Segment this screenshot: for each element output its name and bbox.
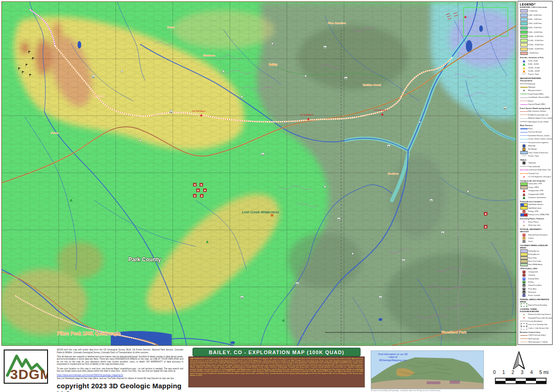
campground-icon (204, 189, 207, 192)
footer-disclaimer: 3DGM built this map with public data fro… (57, 349, 183, 392)
fishing-icon: F (520, 210, 528, 213)
preview-caption: 3D terrain view of the Bailey 100K quadr… (371, 390, 484, 392)
legend-item: 5,000 - 6,000 Feet (520, 13, 551, 17)
legend-body: < 5,000 Feet5,000 - 6,000 Feet6,000 - 7,… (520, 9, 551, 345)
copyright-text: copyright 2023 3D Geologic Mapping LLC (57, 382, 183, 392)
legend-item: National Forest Boundary (520, 303, 551, 307)
town-label: Grant (167, 26, 175, 29)
summit-triangle-icon (520, 70, 528, 72)
legend-item: 12,000 - 14,000 (520, 69, 551, 72)
legend-item: FFishing (520, 280, 551, 283)
legend-item-label: Unpaved Roads (2WD) (528, 103, 545, 105)
legend-item: GGroup Picnic Area (520, 284, 551, 287)
county-boundary-line-icon (520, 321, 528, 321)
legend-item-label: Ghost town sites (528, 224, 541, 226)
store-link[interactable]: https://www.avenzamaps.com/vendor/5602/3… (57, 374, 183, 376)
legend-item-label: Campgrounds, CPW (528, 190, 543, 192)
state-park-swatch-icon (520, 256, 528, 260)
map-title-bar: BAILEY. CO - EXPLORATION MAP (100K QUAD) (193, 348, 361, 356)
map-title: BAILEY. CO - EXPLORATION MAP (100K QUAD) (209, 350, 344, 355)
legend-item: Local Roads / Streets (2WD) (520, 96, 551, 99)
legend-item: TTrailheads (520, 162, 551, 165)
trail-segment-label: CO Trail Seg 4 (374, 109, 387, 111)
legend-item: Moderate degree of user comfort (520, 116, 551, 120)
cave-icon: V (520, 240, 528, 243)
legend-item: 8,000 - 10,000 (520, 62, 551, 66)
unpaved-road-line-icon (520, 104, 528, 105)
legend-item-label: Mile-post markers (528, 90, 542, 91)
town-label: Woodland Park (441, 330, 467, 334)
legend-item-label: Waterfalls (528, 145, 536, 147)
campground-triangle-icon (520, 189, 528, 192)
legend-item-label: 10,000 - 11,000 Feet (528, 36, 543, 37)
legend-item: High degree of user comfort (520, 120, 551, 123)
legend-item: CCraters (520, 236, 551, 240)
canal-line-icon (520, 139, 528, 139)
trailhead-icon (296, 282, 299, 285)
crater-icon: C (520, 237, 528, 240)
legend-item-label: Scenic Places (528, 221, 539, 223)
legend-item: 6,000 - 7,000 Feet (520, 17, 551, 21)
legend-item-label: Intermittent Streams, washes (528, 135, 550, 137)
town-label: Pine Junction (328, 22, 346, 24)
campground-triangle-icon (520, 193, 528, 196)
legend-section-header: Forest System Roads (categorized) (520, 107, 551, 109)
legend-item: ★CO Trail Segments 1 through 6 (520, 175, 551, 178)
contour-line-icon (520, 335, 528, 336)
disclaimer-paragraph: See our Facebook page for free map offer… (57, 377, 183, 380)
legend-section-header: CPW Facilities, 2023 (520, 267, 551, 270)
fishing-access-swatch-icon (520, 249, 528, 253)
contour-label-icon: 7500 (520, 344, 528, 345)
legend-item-label: Passes / Gaps (528, 155, 539, 157)
legend-section-header: COLORADO PARKS & WILDLIFE AREAS (520, 244, 551, 249)
legend-item: ◠◠Passes / Gaps (520, 73, 551, 76)
legend-item-label: Camps-able, CPW (528, 183, 542, 185)
contour-line-icon (520, 342, 528, 342)
scalebar-label: 2 (512, 369, 514, 375)
legend-item-label: Continental Divide Scenic Trail (528, 169, 551, 171)
terrain-3d-preview[interactable]: Find information on our 3D maps at 3DGeo… (371, 350, 484, 389)
intermittent-stream-line-icon (520, 135, 528, 136)
legend-item-label: Moderate degree of user comfort (528, 117, 552, 119)
milepost-icon: ✚ (520, 90, 528, 92)
legend-item: 4 mi x 4 mi Township Grid (520, 323, 551, 326)
legend-item-label: County Boundaries (528, 320, 542, 322)
legend-item: State Wildlife Areas (520, 263, 551, 266)
legend-item-label: Trailheads (528, 162, 536, 164)
legend-item: 7500Contour labels (elevations, ft) (520, 344, 551, 345)
map-highlights-box: MAP HIGHLIGHTS: This map of the Bailey 1… (188, 356, 365, 387)
legend-item-label: Gold Medal Streams (528, 204, 543, 205)
trailhead-icon (241, 296, 243, 299)
legend-section-header: Summits, elevations in Feet (520, 56, 551, 59)
legend-panel: LEGEND* ELEVATIONS, 1,000 ft Color bands… (518, 1, 553, 345)
trailhead-icon (387, 145, 390, 147)
map-canvas[interactable]: Park County Pikes Peak 100K Quadrangle W… (1, 1, 517, 346)
legend-item-label: Fishing access, SWA (CPW) (528, 214, 549, 216)
legend-item-label: 4 mi x 4 mi Township Grid (528, 324, 547, 326)
legend-item: Camps-able, CPW (520, 182, 551, 186)
trailhead-icon (344, 77, 347, 79)
fs-road-line-icon (520, 118, 528, 119)
legend-item: 9,000 - 10,000 Feet (520, 30, 551, 34)
campground-icon (193, 183, 197, 187)
legend-item: Railroads (520, 82, 551, 85)
elevation-swatch (520, 52, 528, 55)
legend-section-header: COUNTIES, TOWNS, PLACES/ELEVATIONS (520, 308, 551, 313)
legend-item-label: Fishing (528, 281, 534, 283)
legend-item: State Parks (520, 256, 551, 259)
legend-item: 200 ft intervals (< 7,500 ft) (520, 340, 551, 344)
elevation-swatch (520, 43, 528, 47)
trailhead-icon: T (520, 162, 528, 164)
legend-item: Unnamed stream segments (520, 141, 551, 144)
usfs-area-swatch-icon (520, 186, 528, 189)
railroad-line-icon (520, 84, 528, 84)
restroom-icon: R (520, 291, 528, 294)
legend-item: 12,000 - 13,000 Feet (520, 43, 551, 47)
legend-item: Trails (selected) (520, 165, 551, 168)
legend-item: 13,000 - 14,000 Feet (520, 47, 551, 51)
legend-section-header: Campgrounds and Campsites (520, 180, 551, 182)
state-trust-swatch-icon (520, 259, 528, 263)
scalebar-label: 0 (493, 369, 496, 375)
legend-item: High Clearance Vehicles (520, 110, 551, 113)
township-grid (2, 2, 516, 345)
